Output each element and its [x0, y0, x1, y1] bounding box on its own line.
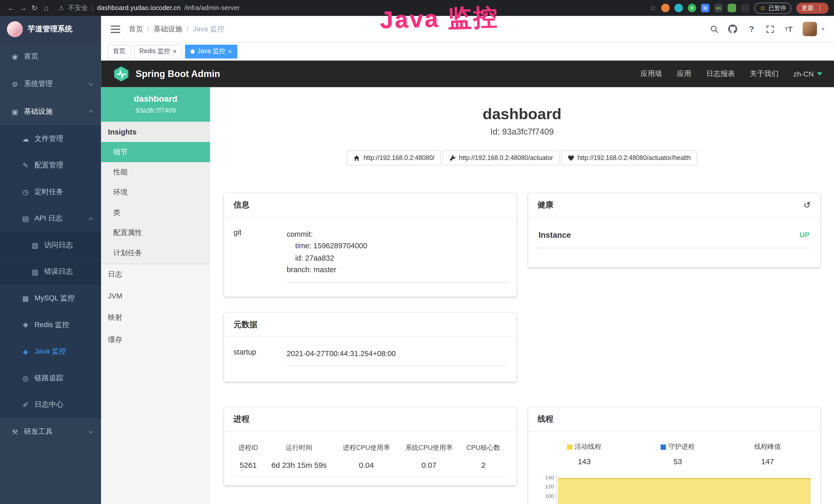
help-icon[interactable]: ? [747, 24, 756, 33]
threads-chart: 140 120 100 [537, 475, 811, 504]
sba-item-jvm[interactable]: JVM [101, 285, 210, 306]
tab-redis[interactable]: Redis 监控 × [134, 44, 182, 58]
extension-5-icon[interactable]: on [714, 4, 723, 12]
kebab-menu-icon[interactable]: ⋮ [817, 4, 824, 12]
health-instance-row[interactable]: Instance UP [537, 226, 811, 248]
breadcrumb-home[interactable]: 首页 [129, 24, 143, 33]
app-sidebar: 芋道管理系统 ◉ 首页 ⚙ 系统管理 ▣ 基础设施 ☁ 文件管理 ✎ [0, 16, 101, 504]
header-actions: ? TT ▾ [709, 22, 824, 36]
sba-item-metrics[interactable]: 性能 [101, 162, 210, 183]
database-icon: ▦ [21, 294, 30, 302]
sidebar-item-home[interactable]: ◉ 首页 [0, 43, 101, 70]
breadcrumb-separator: / [186, 25, 189, 33]
sidebar-item-infra[interactable]: ▣ 基础设施 [0, 98, 101, 125]
process-col-header: 进程CPU使用率 [335, 440, 398, 456]
sba-item-details[interactable]: 细节 [101, 142, 210, 162]
sba-item-scheduled-tasks[interactable]: 计划任务 [101, 243, 210, 263]
process-value: 0.04 [335, 456, 398, 477]
bookmark-star-icon[interactable]: ☆ [650, 4, 656, 12]
sba-nav-wall[interactable]: 应用墙 [641, 69, 662, 78]
chevron-down-icon [89, 81, 93, 86]
paused-label: 已暂停 [768, 4, 786, 12]
gear-icon: ⚙ [10, 80, 19, 88]
caret-down-icon[interactable]: ▾ [822, 26, 824, 32]
sba-nav-applications[interactable]: 应用 [677, 69, 692, 78]
home-icon[interactable]: ⌂ [40, 4, 52, 12]
user-avatar[interactable] [803, 22, 817, 36]
sidebar-item-dev-tools[interactable]: ⚒ 研发工具 [0, 418, 101, 446]
sba-item-logs[interactable]: 日志 [101, 263, 210, 285]
sidebar-item-jobs[interactable]: ◷ 定时任务 [0, 179, 101, 205]
sidebar-item-java[interactable]: ◈ Java 监控 [0, 338, 101, 365]
extension-7-icon[interactable] [741, 4, 749, 12]
threads-card: 线程 活动线程 143 守护进程 [528, 407, 820, 504]
sidebar-item-api-logs[interactable]: ▤ API 日志 [0, 205, 101, 232]
breadcrumb-infra[interactable]: 基础设施 [154, 24, 182, 33]
screen: ← → ↻ ⌂ ⚠ 不安全 | dashboard.yudao.iocoder.… [0, 0, 834, 504]
service-url-button[interactable]: http://192.168.0.2:48080/ [347, 151, 441, 165]
sba-nav: 应用墙 应用 日志报表 关于我们 zh-CN [641, 69, 822, 78]
browser-update-button[interactable]: 更新 ⋮ [796, 2, 829, 13]
github-icon[interactable] [728, 24, 738, 33]
process-card: 进程 进程ID 运行时间 进程CPU使用率 系统 [224, 407, 516, 485]
active-threads-value: 143 [567, 457, 601, 466]
close-icon[interactable]: × [173, 48, 177, 54]
extension-4-icon[interactable]: ⊞ [701, 4, 709, 12]
sidebar-item-files[interactable]: ☁ 文件管理 [0, 125, 101, 152]
actuator-url-button[interactable]: http://192.168.0.2:48080/actuator [443, 151, 559, 165]
spring-boot-admin-logo-icon [113, 66, 130, 83]
tab-home[interactable]: 首页 [107, 44, 131, 58]
chevron-up-icon [89, 110, 93, 115]
sidebar-item-log-center[interactable]: ✐ 日志中心 [0, 391, 101, 418]
security-label: 不安全 [68, 3, 88, 12]
sidebar-item-system[interactable]: ⚙ 系统管理 [0, 70, 101, 98]
instance-header[interactable]: dashboard 93a3fc7f7409 [101, 87, 210, 122]
extension-2-icon[interactable] [674, 4, 683, 12]
sba-nav-journal[interactable]: 日志报表 [706, 69, 735, 78]
url-divider: | [92, 4, 93, 12]
sidebar-item-mysql[interactable]: ▦ MySQL 监控 [0, 285, 101, 312]
sidebar-item-error-logs[interactable]: ▨ 错误日志 [0, 258, 101, 285]
update-label: 更新 [802, 4, 814, 12]
sba-item-caches[interactable]: 缓存 [101, 329, 210, 351]
process-value: 0.07 [398, 456, 460, 477]
sba-item-mappings[interactable]: 映射 [101, 306, 210, 329]
health-url-button[interactable]: http://192.168.0.2:48080/actuator/health [561, 151, 697, 165]
locale-selector[interactable]: zh-CN [793, 70, 822, 78]
home-icon [353, 155, 360, 161]
extension-3-icon[interactable]: V [687, 4, 696, 12]
chart-plot-area [557, 475, 811, 504]
process-table: 进程ID 运行时间 进程CPU使用率 系统CPU使用率 CPU核心数 [234, 440, 506, 477]
extension-1-icon[interactable] [661, 4, 670, 12]
collapse-menu-icon[interactable] [111, 25, 120, 32]
recording-paused-badge[interactable]: ☺ 已暂停 [754, 2, 792, 13]
metadata-key: startup [234, 348, 287, 366]
clock-icon: ◷ [21, 188, 30, 196]
sidebar-item-access-logs[interactable]: ▧ 访问日志 [0, 232, 101, 258]
instance-links: http://192.168.0.2:48080/ http://192.168… [210, 151, 834, 165]
search-icon[interactable] [709, 24, 719, 33]
extension-6-icon[interactable] [727, 4, 736, 12]
history-icon[interactable]: ↺ [804, 200, 811, 210]
fullscreen-icon[interactable] [765, 24, 775, 33]
reload-icon[interactable]: ↻ [29, 4, 41, 12]
process-col-header: 进程ID [234, 440, 263, 456]
sba-item-config-props[interactable]: 配置属性 [101, 223, 210, 243]
sidebar-item-redis[interactable]: ❖ Redis 监控 [0, 312, 101, 338]
sba-item-classes[interactable]: 类 [101, 203, 210, 223]
close-icon[interactable]: × [228, 48, 232, 54]
sba-item-environment[interactable]: 环境 [101, 182, 210, 203]
forward-icon[interactable]: → [17, 4, 29, 12]
sidebar-item-tracing[interactable]: ◎ 链路追踪 [0, 365, 101, 392]
info-value: commit: time: 1596289704000 id: 27aa832 … [287, 228, 506, 282]
metadata-value: 2021-04-27T00:44:31.254+08:00 [287, 348, 506, 366]
daemon-threads-value: 53 [661, 457, 695, 466]
font-size-icon[interactable]: TT [784, 24, 793, 33]
address-bar[interactable]: ⚠ 不安全 | dashboard.yudao.iocoder.cn/infra… [59, 3, 650, 12]
sba-brand-title: Spring Boot Admin [136, 68, 220, 79]
tab-java[interactable]: Java 监控 × [185, 44, 237, 58]
sidebar-item-config[interactable]: ✎ 配置管理 [0, 152, 101, 179]
back-icon[interactable]: ← [5, 4, 17, 12]
breadcrumb-current: Java 监控 [193, 24, 224, 33]
sba-nav-about[interactable]: 关于我们 [750, 69, 778, 78]
